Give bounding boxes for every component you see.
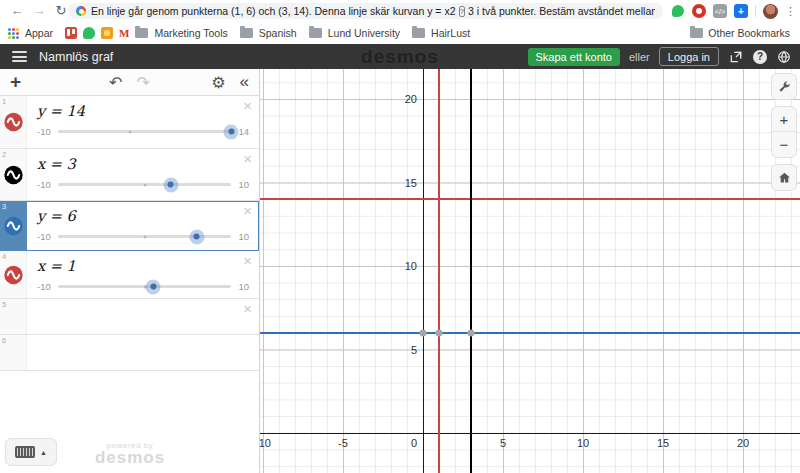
expression-content[interactable]: ×y = 6-1010 bbox=[27, 201, 259, 250]
sine-wave-icon[interactable] bbox=[3, 112, 24, 133]
sine-wave-icon[interactable] bbox=[3, 264, 24, 285]
expression-content[interactable] bbox=[27, 335, 259, 370]
close-icon[interactable]: × bbox=[243, 99, 252, 113]
slider-knob[interactable] bbox=[224, 124, 239, 139]
graph-line-x=3[interactable] bbox=[470, 69, 473, 473]
gmail-bookmark-icon[interactable]: M bbox=[119, 27, 129, 39]
expression-row[interactable]: 5× bbox=[0, 299, 259, 335]
slider-track[interactable] bbox=[58, 130, 232, 133]
expression-gutter[interactable]: 5 bbox=[0, 299, 27, 334]
expression-row[interactable]: 4×x = 1-1010 bbox=[0, 251, 259, 299]
expression-gutter[interactable]: 4 bbox=[0, 251, 27, 298]
expression-latex[interactable]: y = 14 bbox=[37, 103, 251, 119]
hamburger-menu-icon[interactable] bbox=[12, 51, 27, 62]
add-expression-button[interactable]: + bbox=[10, 71, 21, 93]
browser-menu-icon[interactable]: ⋮ bbox=[785, 5, 796, 18]
forward-icon[interactable]: → bbox=[28, 1, 50, 21]
sine-wave-icon[interactable] bbox=[3, 164, 24, 185]
address-bar-text: En linje går genom punkterna (1, 6) och … bbox=[91, 5, 655, 17]
address-bar[interactable]: En linje går genom punkterna (1, 6) och … bbox=[68, 3, 663, 19]
signup-button[interactable]: Skapa ett konto bbox=[528, 48, 620, 66]
bookmark-folder-lund[interactable]: Lund University bbox=[328, 27, 400, 39]
y-axis-tick-label: 20 bbox=[260, 93, 417, 105]
expression-index: 3 bbox=[2, 202, 6, 211]
bookmark-apps-label[interactable]: Appar bbox=[25, 27, 53, 39]
close-icon[interactable]: × bbox=[243, 254, 252, 268]
graph-line-y=6[interactable] bbox=[260, 332, 800, 335]
evernote-bookmark-icon[interactable] bbox=[83, 27, 95, 39]
slider-max-label[interactable]: 10 bbox=[238, 281, 249, 292]
slider-min-label[interactable]: -10 bbox=[37, 126, 51, 137]
expression-gutter[interactable]: 2 bbox=[0, 149, 27, 200]
settings-gear-icon[interactable]: ⚙ bbox=[211, 73, 225, 92]
apps-grid-icon[interactable] bbox=[8, 28, 19, 39]
slider-min-label[interactable]: -10 bbox=[37, 179, 51, 190]
slider-knob[interactable] bbox=[146, 279, 161, 294]
slider-max-label[interactable]: 14 bbox=[238, 126, 249, 137]
expression-index: 5 bbox=[2, 300, 6, 309]
slider-track[interactable] bbox=[58, 183, 232, 186]
home-viewport-button[interactable] bbox=[771, 164, 797, 191]
slider-min-label[interactable]: -10 bbox=[37, 231, 51, 242]
code-extension-icon[interactable]: </> bbox=[713, 4, 727, 18]
keyboard-toggle-button[interactable]: ▲ bbox=[5, 438, 57, 466]
expression-index: 1 bbox=[2, 97, 6, 106]
expression-content[interactable]: ×x = 1-1010 bbox=[27, 251, 259, 298]
or-label: eller bbox=[629, 51, 650, 63]
expression-gutter[interactable]: 1 bbox=[0, 96, 27, 148]
close-icon[interactable]: × bbox=[243, 204, 252, 218]
login-button[interactable]: Logga in bbox=[659, 47, 719, 66]
expression-row[interactable]: 3×y = 6-1010 bbox=[0, 201, 259, 251]
expression-latex[interactable]: x = 1 bbox=[37, 258, 251, 274]
trello-bookmark-icon[interactable] bbox=[65, 27, 77, 39]
graph-settings-button[interactable] bbox=[771, 73, 797, 100]
graph-title[interactable]: Namnlös graf bbox=[39, 50, 113, 64]
share-icon[interactable] bbox=[728, 49, 744, 65]
expression-toolbar: + ↶ ↷ ⚙ « bbox=[0, 69, 259, 96]
evernote-extension-icon[interactable] bbox=[671, 4, 685, 18]
bookmark-folder-marketing[interactable]: Marketing Tools bbox=[154, 27, 227, 39]
expression-gutter[interactable]: 6 bbox=[0, 335, 27, 370]
bookmark-folder-hairlust[interactable]: HairLust bbox=[431, 27, 470, 39]
zoom-out-button[interactable]: − bbox=[772, 132, 796, 157]
expression-latex[interactable]: y = 6 bbox=[37, 208, 251, 224]
close-icon[interactable]: × bbox=[243, 302, 252, 316]
slider-min-label[interactable]: -10 bbox=[37, 281, 51, 292]
other-bookmarks[interactable]: Other Bookmarks bbox=[690, 27, 790, 39]
bookmark-folder-spanish[interactable]: Spanish bbox=[259, 27, 297, 39]
expression-row[interactable]: 1×y = 14-1014 bbox=[0, 96, 259, 149]
expression-content[interactable]: ×x = 3-1010 bbox=[27, 149, 259, 200]
expression-content[interactable]: ×y = 14-1014 bbox=[27, 96, 259, 148]
graph-line-x=1[interactable] bbox=[438, 69, 441, 473]
expression-row[interactable]: 2×x = 3-1010 bbox=[0, 149, 259, 201]
slider-max-label[interactable]: 10 bbox=[238, 231, 249, 242]
undo-button[interactable]: ↶ bbox=[109, 73, 122, 92]
slider-knob[interactable] bbox=[163, 177, 178, 192]
expression-row[interactable]: 6 bbox=[0, 335, 259, 371]
expression-index: 4 bbox=[2, 252, 6, 261]
globe-icon[interactable] bbox=[776, 49, 792, 65]
back-icon[interactable]: ← bbox=[6, 1, 28, 21]
expression-content[interactable]: × bbox=[27, 299, 259, 334]
intersection-point[interactable] bbox=[468, 329, 475, 336]
orange-bookmark-icon[interactable] bbox=[101, 27, 113, 39]
sine-wave-icon[interactable] bbox=[3, 215, 24, 236]
redo-button[interactable]: ↷ bbox=[137, 73, 150, 92]
slider-max-label[interactable]: 10 bbox=[238, 179, 249, 190]
close-icon[interactable]: × bbox=[243, 152, 252, 166]
slider-track[interactable] bbox=[58, 235, 232, 238]
slider-track[interactable] bbox=[58, 285, 232, 288]
expression-gutter[interactable]: 3 bbox=[0, 201, 27, 250]
slider-knob[interactable] bbox=[189, 229, 204, 244]
intersection-point[interactable] bbox=[436, 329, 443, 336]
collapse-panel-icon[interactable]: « bbox=[240, 72, 249, 92]
help-icon[interactable]: ? bbox=[753, 50, 767, 64]
red-circle-extension-icon[interactable] bbox=[692, 4, 706, 18]
profile-avatar[interactable] bbox=[763, 4, 778, 19]
graph-line-y=14[interactable] bbox=[260, 198, 800, 201]
intersection-point[interactable] bbox=[420, 329, 427, 336]
expression-latex[interactable]: x = 3 bbox=[37, 156, 251, 172]
graph-canvas[interactable]: -10-5051015205101520 bbox=[260, 69, 800, 473]
zoom-in-button[interactable]: + bbox=[772, 107, 796, 132]
plus-extension-icon[interactable]: + bbox=[734, 4, 748, 18]
